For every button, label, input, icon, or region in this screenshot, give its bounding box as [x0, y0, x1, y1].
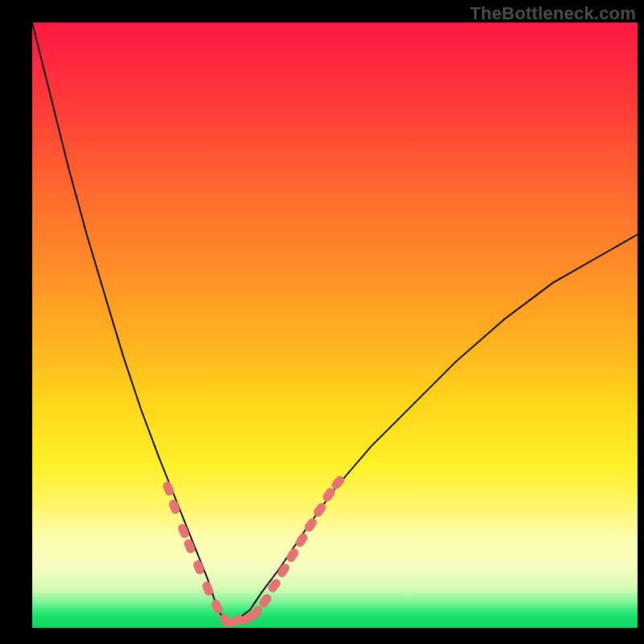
bottleneck-curve — [32, 23, 638, 622]
chart-frame: TheBottleneck.com — [0, 0, 644, 644]
highlight-marker — [312, 502, 327, 518]
highlight-marker — [183, 538, 196, 555]
highlight-marker — [167, 498, 181, 515]
highlight-marker — [294, 531, 309, 548]
watermark-text: TheBottleneck.com — [470, 3, 636, 24]
highlight-marker — [210, 598, 224, 615]
highlight-marker — [192, 559, 205, 576]
curve-svg — [32, 23, 638, 628]
highlight-marker — [177, 522, 191, 539]
plot-area — [32, 23, 638, 628]
highlight-marker — [285, 547, 300, 564]
highlight-marker — [266, 577, 283, 594]
